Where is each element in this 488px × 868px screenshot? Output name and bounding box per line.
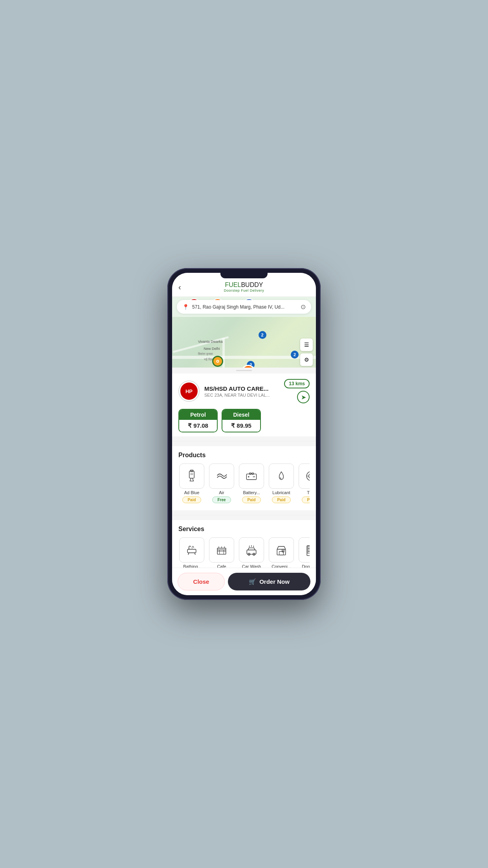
station-name: MS/HSD AUTO CARE... <box>204 385 279 392</box>
scroll-indicator <box>236 370 252 371</box>
diesel-card: Diesel ₹ 89.95 <box>222 409 261 432</box>
map-station-pin[interactable]: ⛽ <box>241 365 255 368</box>
service-dormitory[interactable]: Dormito... Free <box>298 537 310 568</box>
station-card: HP MS/HSD AUTO CARE... SEC 23A, NEAR TAU… <box>172 373 316 436</box>
products-title: Products <box>178 452 310 459</box>
map-list-btn[interactable]: ☰ <box>300 338 313 351</box>
map-pin-2-top[interactable]: 2 <box>259 331 266 339</box>
fuel-prices: Petrol ₹ 97.08 Diesel ₹ 89.95 <box>178 409 310 432</box>
order-now-button[interactable]: 🛒 Order Now <box>228 573 310 590</box>
petrol-label: Petrol <box>179 410 217 420</box>
svg-point-1 <box>217 360 219 362</box>
product-tyre[interactable]: Tyre Paid <box>298 463 310 503</box>
petrol-price: ₹ 97.08 <box>179 420 217 432</box>
air-icon <box>215 469 229 483</box>
air-name: Air <box>219 490 224 495</box>
gps-target-icon[interactable]: ⊙ <box>301 303 306 311</box>
svg-rect-18 <box>187 549 196 553</box>
cafe-name: Cafe <box>217 564 226 568</box>
product-adblue[interactable]: Ad Blue Paid <box>178 463 205 503</box>
address-text: 571, Rao Gajraj Singh Marg, Phase IV, Ud… <box>192 304 297 310</box>
logo-tagline: Doorstep Fuel Delivery <box>224 289 264 292</box>
map-label-vivanta: Vivanta Dwarka <box>198 340 223 344</box>
carwash-name: Car Wash <box>242 564 261 568</box>
map-background: Vivanta Dwarka New Delhi विवांता द्वारका… <box>172 317 316 368</box>
status-bar <box>172 273 316 278</box>
order-now-label: Order Now <box>259 578 290 585</box>
air-badge: Free <box>212 497 231 503</box>
app-logo: FUELBUDDY Doorstep Fuel Delivery <box>224 281 264 292</box>
svg-rect-46 <box>308 552 310 554</box>
navigate-icon: ➤ <box>301 394 306 401</box>
adblue-badge: Paid <box>182 497 201 503</box>
svg-point-37 <box>283 550 284 551</box>
svg-rect-3 <box>190 470 193 472</box>
bathing-name: Bathing.. <box>183 564 200 568</box>
service-cafe[interactable]: Cafe Free <box>208 537 235 568</box>
petrol-card: Petrol ₹ 97.08 <box>178 409 218 432</box>
battery-icon-box <box>239 463 264 489</box>
battery-badge: Paid <box>242 497 261 503</box>
svg-rect-42 <box>308 546 310 548</box>
battery-name: Battery... <box>243 490 260 495</box>
back-button[interactable]: ‹ <box>178 283 181 292</box>
lubricant-name: Lubricant <box>272 490 290 495</box>
map-label-hindi1: विवांता द्वारका <box>198 352 213 356</box>
station-logo: HP <box>178 381 200 402</box>
services-grid: Bathing.. Free <box>178 537 310 568</box>
service-carwash[interactable]: Car Wash Free <box>238 537 265 568</box>
app-header: ‹ FUELBUDDY Doorstep Fuel Delivery <box>172 278 316 297</box>
product-lubricant[interactable]: Lubricant Paid <box>268 463 295 503</box>
map-filter-btn[interactable]: ⚙ <box>300 353 313 366</box>
map-pin-selected[interactable] <box>212 356 223 367</box>
map-road-diagonal <box>173 337 229 353</box>
svg-rect-8 <box>252 473 254 474</box>
convenience-icon-box <box>269 537 294 563</box>
logo-text: FUELBUDDY <box>225 281 263 289</box>
divider-2 <box>172 515 316 515</box>
phone-frame: ‹ FUELBUDDY Doorstep Fuel Delivery HP 🔵 <box>167 268 321 600</box>
lubricant-icon <box>274 469 288 483</box>
svg-rect-24 <box>217 550 226 554</box>
tyre-icon <box>304 469 310 483</box>
service-bathing[interactable]: Bathing.. Free <box>178 537 205 568</box>
lubricant-icon-box <box>269 463 294 489</box>
map-label-newdelhi: New Delhi <box>204 347 220 351</box>
convenience-name: Conveni... <box>272 564 291 568</box>
product-air[interactable]: Air Free <box>208 463 235 503</box>
hp-brand-logo: HP <box>180 383 198 400</box>
divider-1 <box>172 441 316 441</box>
tyre-badge: Paid <box>302 497 310 503</box>
navigate-button[interactable]: ➤ <box>297 391 310 403</box>
dormitory-icon <box>304 543 310 557</box>
map-section[interactable]: HP 🔵 📍 571, Rao Gajraj Singh Marg, Phase… <box>172 297 316 368</box>
logo-buddy: BUDDY <box>241 281 263 288</box>
services-section: Services <box>172 520 316 568</box>
carwash-icon <box>244 543 259 557</box>
location-pin-icon: 📍 <box>182 304 189 310</box>
close-button[interactable]: Close <box>178 573 225 590</box>
distance-badge: 13 kms <box>284 379 310 388</box>
cafe-icon <box>215 543 229 557</box>
dormitory-icon-box <box>299 537 310 563</box>
search-bar[interactable]: 📍 571, Rao Gajraj Singh Marg, Phase IV, … <box>177 300 311 314</box>
tyre-name: Tyre <box>307 490 310 495</box>
adblue-icon-box <box>179 463 204 489</box>
logo-fuel: FUEL <box>225 281 241 288</box>
services-title: Services <box>178 526 310 533</box>
phone-screen: ‹ FUELBUDDY Doorstep Fuel Delivery HP 🔵 <box>172 273 316 595</box>
adblue-icon <box>185 469 199 483</box>
diesel-label: Diesel <box>222 410 260 420</box>
svg-rect-7 <box>250 473 251 474</box>
service-convenience[interactable]: Conveni... Paid <box>268 537 295 568</box>
notch <box>220 273 268 278</box>
cafe-icon-box <box>209 537 234 563</box>
dormitory-name: Dormito... <box>302 564 310 568</box>
svg-point-13 <box>309 474 310 479</box>
svg-rect-44 <box>308 549 310 551</box>
station-info: MS/HSD AUTO CARE... SEC 23A, NEAR TAU DE… <box>204 385 279 397</box>
bottom-actions: Close 🛒 Order Now <box>172 568 316 595</box>
main-content: HP 🔵 📍 571, Rao Gajraj Singh Marg, Phase… <box>172 297 316 568</box>
station-meta: 13 kms ➤ <box>284 379 310 403</box>
product-battery[interactable]: Battery... Paid <box>238 463 265 503</box>
